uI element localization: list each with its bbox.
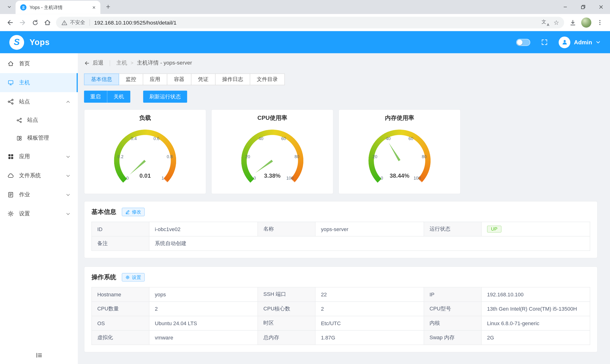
breadcrumb: 后退 主机 > 主机详情 - yops-server — [84, 55, 597, 71]
sidebar-item-label: 站点 — [19, 98, 30, 105]
sidebar-item-label: 首页 — [19, 60, 30, 67]
sidebar-group-sites[interactable]: 站点 — [0, 92, 78, 111]
sidebar-group-apps[interactable]: 应用 — [0, 147, 78, 166]
table-row: HostnameyopsSSH 端口22IP192.168.10.100 — [91, 287, 590, 302]
tab-monitoring[interactable]: 监控 — [119, 74, 143, 85]
chevron-down-icon — [66, 173, 71, 178]
table-cell-label: 内核 — [424, 316, 481, 330]
table-cell-label: Hostname — [91, 287, 149, 302]
browser-menu-button[interactable] — [594, 16, 606, 29]
security-label: 不安全 — [70, 19, 85, 26]
address-bar[interactable]: 不安全 192.168.10.100:9525/host/detail/1 文 … — [56, 17, 564, 28]
sidebar-group-jobs[interactable]: 作业 — [0, 185, 78, 204]
breadcrumb-current: 主机详情 - yops-server — [137, 60, 192, 66]
power-button-group: 重启 关机 — [84, 91, 130, 103]
basic-info-table: IDi-obc1ve02名称yops-server运行状态UP备注系统自动创建 — [91, 222, 590, 251]
gauge-tick-label: 0.8 — [167, 154, 173, 159]
translate-button[interactable]: 文 A — [540, 17, 551, 28]
theme-toggle[interactable] — [516, 39, 531, 46]
security-chip[interactable]: 不安全 — [62, 19, 85, 26]
table-row: OSUbuntu 24.04 LTS时区Etc/UTC内核Linux 6.8.0… — [91, 316, 590, 330]
sidebar-item-label: 设置 — [19, 210, 30, 217]
gauge-value: 38.44% — [339, 172, 460, 179]
table-cell-label: 虚拟化 — [91, 330, 149, 345]
main-content: 后退 主机 > 主机详情 - yops-server 基本信息 监控 应用 容器… — [78, 53, 610, 364]
cloud-icon — [7, 172, 14, 179]
sidebar-group-settings[interactable]: 设置 — [0, 204, 78, 223]
gauge-tick-label: 20 — [246, 154, 250, 159]
tab-basic-info[interactable]: 基本信息 — [84, 74, 119, 85]
translate-icon: 文 A — [542, 19, 549, 26]
gauge: 02040608010038.44% — [339, 125, 460, 191]
restart-button[interactable]: 重启 — [84, 91, 107, 103]
sidebar-item-home[interactable]: 首页 — [0, 54, 78, 73]
sidebar-item-sites[interactable]: 站点 — [0, 111, 78, 129]
tab-apps[interactable]: 应用 — [143, 74, 167, 85]
sidebar-item-hosts[interactable]: 主机 — [0, 73, 78, 92]
gear-icon — [125, 275, 130, 280]
new-tab-button[interactable]: + — [103, 2, 114, 13]
minimize-button[interactable] — [556, 0, 574, 14]
tab-close-icon[interactable]: ✕ — [91, 4, 97, 11]
sidebar-item-template-management[interactable]: 模板管理 — [0, 129, 78, 147]
table-row: 虚拟化vmware总内存1.87GSwap 内存2G — [91, 330, 590, 345]
edit-icon — [125, 210, 130, 214]
edit-button[interactable]: 修改 — [122, 208, 145, 216]
tab-operation-logs[interactable]: 操作日志 — [215, 74, 250, 85]
forward-button[interactable] — [16, 16, 29, 29]
tab-file-directory[interactable]: 文件目录 — [250, 74, 285, 85]
back-link[interactable]: 后退 — [84, 60, 104, 66]
tab-credentials[interactable]: 凭证 — [191, 74, 216, 85]
gauge-title: 内存使用率 — [339, 114, 460, 122]
gauge-title: 负载 — [84, 114, 206, 122]
chevron-down-icon — [66, 211, 71, 216]
back-button[interactable] — [4, 16, 16, 29]
refresh-status-button[interactable]: 刷新运行状态 — [143, 91, 187, 103]
section-title: 基本信息 — [91, 208, 116, 216]
home-button[interactable] — [41, 16, 54, 29]
downloads-button[interactable] — [566, 16, 579, 29]
tab-containers[interactable]: 容器 — [167, 74, 191, 85]
fullscreen-icon[interactable] — [541, 39, 548, 46]
bookmark-star-icon[interactable]: ☆ — [551, 17, 562, 28]
home-icon — [7, 60, 14, 67]
user-icon — [561, 39, 568, 46]
section-title: 操作系统 — [91, 273, 116, 281]
address-divider — [90, 20, 90, 26]
os-info-table: HostnameyopsSSH 端口22IP192.168.10.100CPU数… — [91, 287, 590, 345]
share-nodes-icon — [7, 98, 14, 105]
minimize-icon — [563, 5, 568, 10]
brand-title: Yops — [29, 38, 50, 47]
breadcrumb-root[interactable]: 主机 — [116, 60, 127, 66]
sidebar-group-filesystem[interactable]: 文件系统 — [0, 166, 78, 185]
workspace: 首页 主机 站点 站点 模板管理 应用 — [0, 53, 610, 364]
user-menu[interactable]: Admin — [559, 37, 601, 48]
table-cell-label: OS — [91, 316, 149, 330]
table-cell-value: Linux 6.8.0-71-generic — [481, 316, 590, 330]
download-icon — [569, 19, 576, 26]
kebab-menu-icon — [597, 20, 603, 26]
gauge-tick-label: 0.2 — [117, 154, 123, 159]
browser-tab[interactable]: S Yops - 主机详情 ✕ — [15, 1, 100, 14]
header-right: Admin — [516, 37, 601, 48]
gauge-tick-label: 60 — [408, 136, 413, 141]
browser-profile-avatar[interactable] — [581, 17, 591, 27]
window-controls — [556, 0, 610, 14]
table-cell-label: CPU型号 — [424, 302, 481, 316]
sidebar-item-label: 模板管理 — [27, 135, 49, 142]
avatar — [559, 37, 571, 48]
settings-button[interactable]: 设置 — [122, 273, 145, 282]
table-cell-label: 时区 — [258, 316, 315, 330]
collapse-sidebar-button[interactable] — [0, 346, 78, 364]
restore-button[interactable] — [574, 0, 592, 14]
table-row: IDi-obc1ve02名称yops-server运行状态UP — [91, 222, 590, 236]
refresh-button[interactable] — [29, 16, 41, 29]
shutdown-button[interactable]: 关机 — [107, 91, 130, 103]
browser-toolbar: 不安全 192.168.10.100:9525/host/detail/1 文 … — [0, 14, 610, 31]
breadcrumb-separator: > — [131, 60, 133, 66]
tab-search-button[interactable] — [4, 2, 15, 13]
table-cell-value: 2G — [481, 330, 590, 345]
template-icon — [16, 135, 22, 141]
close-window-button[interactable] — [592, 0, 610, 14]
table-cell-value: 2 — [315, 302, 424, 316]
